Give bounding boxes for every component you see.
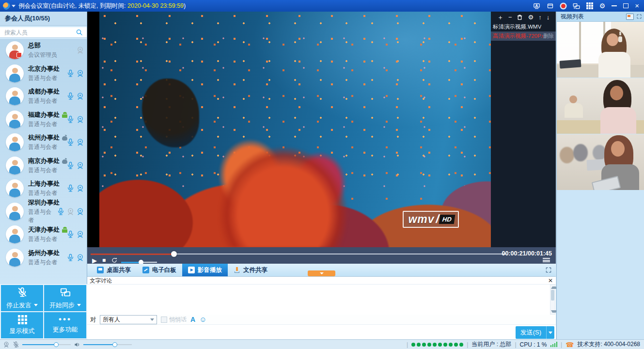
participant-avatar [6, 157, 24, 174]
tab-desktop-share[interactable]: 桌面共享 [91, 264, 137, 276]
current-user-label: 当前用户 : 总部 [471, 340, 511, 349]
progress-bar[interactable] [91, 251, 506, 257]
chat-input-area[interactable]: 发送(S) [87, 324, 556, 340]
participant-row[interactable]: 天津办事处 普通与会者 [0, 223, 87, 246]
whiteboard-icon [142, 267, 149, 273]
webcam-icon[interactable] [76, 69, 84, 78]
chat-close-icon[interactable]: ✕ [548, 278, 553, 283]
webcam-icon[interactable] [76, 92, 84, 100]
trash-icon[interactable] [517, 14, 523, 20]
more-features-button[interactable]: ••• 更多功能 [44, 312, 86, 338]
playlist-toggle-icon[interactable] [543, 258, 550, 262]
video-thumbnail[interactable] [557, 78, 644, 134]
webcam-icon[interactable] [76, 161, 84, 170]
whisper-checkbox[interactable] [161, 317, 167, 323]
microphone-icon[interactable] [66, 230, 75, 238]
microphone-icon[interactable] [57, 207, 65, 216]
settings-gear-icon[interactable]: ⚙ [599, 2, 606, 9]
playlist-settings-icon[interactable]: ⚙ [528, 14, 534, 20]
chevron-down-icon[interactable] [12, 5, 16, 7]
participant-name: 深圳办事处 [28, 198, 60, 207]
microphone-icon[interactable] [66, 184, 75, 192]
stop-speaking-button[interactable]: 停止发言 [1, 285, 43, 311]
participant-row[interactable]: 扬州办事处 普通与会者 [0, 246, 87, 270]
participant-row[interactable]: 成都办事处 普通与会者 [0, 85, 87, 108]
move-up-icon[interactable]: ↑ [538, 14, 542, 20]
progress-handle[interactable] [171, 251, 177, 257]
search-input[interactable] [0, 27, 87, 38]
participant-role: 普通与会者 [28, 74, 60, 82]
webcam-icon[interactable] [76, 138, 84, 146]
emoji-button[interactable]: ☺ [199, 316, 206, 323]
webcam-disabled-icon[interactable] [66, 207, 75, 216]
participant-row[interactable]: 南京办事处 普通与会者 [0, 154, 87, 177]
panel-collapse-handle[interactable] [308, 270, 335, 276]
webcam-disabled-icon[interactable] [76, 46, 84, 54]
microphone-icon[interactable] [66, 115, 75, 124]
microphone-icon[interactable] [66, 69, 75, 78]
playlist-item[interactable]: 标清演示视频.WMV [491, 22, 556, 32]
display-mode-button[interactable]: 显示模式 [1, 312, 43, 338]
tab-file-share[interactable]: 文件共享 [228, 264, 273, 276]
screen-broadcast-icon[interactable] [533, 2, 540, 10]
participant-row[interactable]: 福建办事处 普通与会者 [0, 108, 87, 131]
statusbar: | | 当前用户 : 总部 | CPU : 1 % | ☎ 技术支持: 400-… [0, 339, 644, 349]
stop-button[interactable]: ■ [102, 257, 106, 263]
chat-scrollbar[interactable] [550, 285, 555, 315]
webcam-icon[interactable] [76, 207, 84, 216]
media-video[interactable]: wmv/HD [99, 12, 491, 247]
playlist-delete-button[interactable]: 删除 [543, 32, 554, 40]
maximize-button[interactable] [623, 3, 628, 8]
microphone-icon[interactable] [66, 138, 75, 146]
video-mode-icon[interactable] [626, 14, 634, 20]
wmv-hd-watermark: wmv/HD [403, 211, 459, 228]
speaker-volume-slider[interactable] [83, 342, 132, 347]
minimize-button[interactable] [612, 5, 617, 6]
record-icon[interactable] [561, 4, 565, 8]
font-button[interactable]: A [190, 316, 195, 323]
video-list-expand-icon[interactable] [636, 14, 642, 19]
move-down-icon[interactable]: ↓ [547, 14, 550, 20]
layout-grid-icon[interactable] [586, 2, 588, 4]
webcam-icon[interactable] [76, 115, 84, 124]
play-button[interactable]: ▶ [92, 257, 97, 264]
playlist-add-icon[interactable]: ＋ [497, 14, 503, 20]
tab-whiteboard[interactable]: 电子白板 [137, 264, 182, 276]
microphone-muted-icon[interactable] [13, 341, 19, 348]
webcam-icon[interactable] [76, 254, 84, 262]
microphone-icon[interactable] [66, 254, 75, 262]
desktop-share-icon [97, 267, 104, 273]
playlist-item[interactable]: 高清演示视频-720P.wmv 删除 [491, 32, 556, 41]
scroll-thumb[interactable] [551, 290, 554, 301]
video-thumbnail[interactable] [557, 22, 644, 78]
participant-avatar [6, 179, 24, 197]
replay-button[interactable] [111, 257, 118, 264]
webcam-icon[interactable] [76, 184, 84, 192]
tab-media-playback[interactable]: 影音播放 [182, 264, 228, 276]
close-button[interactable]: × [635, 3, 639, 9]
send-options-caret[interactable] [547, 326, 554, 339]
speaker-icon[interactable] [74, 341, 80, 348]
video-thumbnail[interactable] [557, 134, 644, 190]
participant-row[interactable]: 上海办事处 普通与会者 [0, 177, 87, 200]
microphone-icon[interactable] [66, 92, 75, 100]
screen-sync-icon[interactable] [573, 2, 580, 10]
participant-avatar [6, 249, 24, 267]
send-button[interactable]: 发送(S) [516, 326, 547, 339]
participant-row[interactable]: 杭州办事处 普通与会者 [0, 131, 87, 154]
webcam-icon[interactable] [76, 230, 84, 238]
participant-role: 普通与会者 [28, 258, 60, 267]
webcam-status-icon[interactable] [3, 341, 10, 348]
start-sync-button[interactable]: 开始同步 [44, 285, 86, 311]
participant-row[interactable]: 总部 会议管理员 [0, 39, 87, 62]
microphone-icon[interactable] [66, 161, 75, 170]
float-window-icon[interactable] [547, 2, 554, 10]
search-icon[interactable] [76, 29, 83, 36]
recipient-select[interactable]: 所有人 [100, 315, 157, 324]
expand-icon[interactable] [545, 267, 552, 273]
participant-row[interactable]: 深圳办事处 普通与会者 [0, 200, 87, 223]
participant-row[interactable]: 北京办事处 普通与会者 [0, 62, 87, 85]
playlist-remove-icon[interactable]: − [508, 14, 512, 20]
whisper-option[interactable]: 悄悄话 [161, 316, 187, 324]
mic-volume-slider[interactable] [22, 342, 71, 347]
